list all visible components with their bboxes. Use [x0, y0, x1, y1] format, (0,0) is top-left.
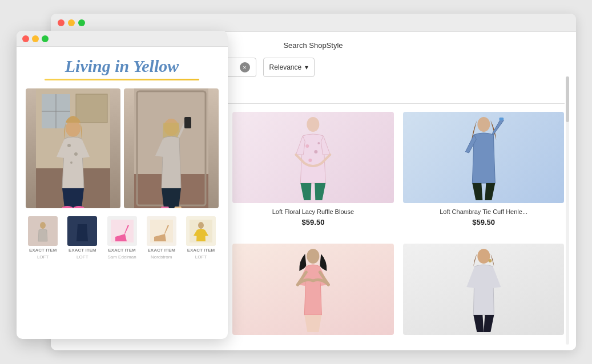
- blog-item-label-4: Exact Item: [147, 248, 175, 253]
- front-close-dot[interactable]: [22, 35, 29, 42]
- blog-item-brand-1: LOFT: [37, 254, 49, 260]
- product-image-6: [403, 244, 565, 335]
- blog-item-svg-4: [150, 220, 173, 242]
- blog-item-5[interactable]: Exact Item LOFT: [183, 216, 218, 260]
- browser-front-titlebar: [17, 31, 228, 47]
- svg-point-16: [488, 259, 492, 262]
- product-figure-5: [232, 244, 394, 335]
- product-card-6[interactable]: [403, 244, 565, 339]
- svg-point-26: [70, 161, 73, 164]
- product-figure-3: [403, 112, 565, 203]
- blog-item-img-3: [107, 216, 137, 246]
- blog-item-img-5: [186, 216, 216, 246]
- svg-point-25: [74, 152, 78, 156]
- blog-content: Living in Yellow: [17, 47, 228, 339]
- svg-point-14: [307, 249, 319, 264]
- blog-photo-left: [26, 88, 120, 208]
- scrollbar-track: [566, 76, 569, 345]
- svg-point-4: [307, 117, 319, 132]
- blog-item-1[interactable]: Exact Item LOFT: [26, 216, 61, 260]
- sort-dropdown[interactable]: Relevance ▾: [263, 58, 315, 77]
- main-scene: Search ShopStyle loft top × Relevance ▾ …: [17, 14, 576, 350]
- svg-point-7: [308, 159, 312, 162]
- front-minimize-dot[interactable]: [32, 35, 39, 42]
- blog-item-label-2: Exact Item: [69, 248, 96, 253]
- sort-label: Relevance: [269, 63, 302, 71]
- blog-item-img-4: [147, 216, 176, 246]
- blog-title: Living in Yellow: [26, 56, 219, 80]
- svg-point-41: [198, 222, 204, 229]
- minimize-dot[interactable]: [68, 19, 75, 26]
- blog-item-svg-1: [31, 220, 54, 242]
- product-figure-2: [232, 112, 394, 203]
- close-dot[interactable]: [58, 19, 65, 26]
- svg-point-15: [477, 249, 490, 264]
- blog-photo-right: [124, 88, 219, 208]
- svg-rect-34: [184, 117, 191, 128]
- front-maximize-dot[interactable]: [42, 35, 49, 42]
- product-price-2: $59.50: [302, 218, 325, 227]
- blog-item-brand-4: Nordstrom: [151, 254, 172, 260]
- blog-item-3[interactable]: Exact Item Sam Edelman: [104, 216, 139, 260]
- blog-item-label-5: Exact Item: [187, 248, 215, 253]
- product-card-5[interactable]: [232, 244, 394, 339]
- blog-item-brand-3: Sam Edelman: [107, 254, 136, 260]
- blog-item-2[interactable]: Exact Item LOFT: [65, 216, 100, 260]
- blog-item-svg-2: [71, 220, 94, 242]
- product-card-2[interactable]: Loft Floral Lacy Ruffle Blouse $59.50: [232, 112, 394, 234]
- svg-point-24: [67, 144, 71, 147]
- browser-back-titlebar: [51, 14, 576, 32]
- product-price-3: $59.50: [472, 218, 495, 227]
- product-image-2: [232, 112, 394, 203]
- scrollbar[interactable]: [566, 71, 569, 339]
- svg-rect-22: [76, 94, 107, 123]
- product-card-3[interactable]: Loft Chambray Tie Cuff Henle... $59.50: [403, 112, 565, 234]
- svg-point-9: [477, 117, 490, 132]
- svg-point-8: [317, 142, 320, 144]
- browser-front: Living in Yellow: [17, 31, 228, 339]
- blog-item-label-3: Exact Item: [108, 248, 135, 253]
- blog-item-brand-5: LOFT: [195, 254, 207, 260]
- scrollbar-thumb[interactable]: [566, 76, 569, 122]
- svg-point-5: [305, 144, 309, 148]
- blog-images-row: [26, 88, 219, 208]
- blog-person-left: [26, 88, 120, 208]
- blog-item-img-1: [28, 216, 58, 246]
- blog-item-label-1: Exact Item: [29, 248, 57, 253]
- blog-item-svg-3: [111, 220, 134, 242]
- chevron-down-icon: ▾: [305, 63, 308, 71]
- blog-item-brand-2: LOFT: [76, 254, 88, 260]
- blog-item-4[interactable]: Exact Item Nordstrom: [144, 216, 179, 260]
- svg-point-6: [314, 150, 317, 153]
- maximize-dot[interactable]: [78, 19, 85, 26]
- product-figure-6: [403, 244, 565, 335]
- blog-item-img-2: [67, 216, 97, 246]
- blog-person-right: [124, 88, 219, 208]
- product-title-2: Loft Floral Lacy Ruffle Blouse: [272, 208, 354, 216]
- product-image-3: [403, 112, 565, 203]
- product-title-3: Loft Chambray Tie Cuff Henle...: [440, 208, 527, 216]
- svg-rect-10: [499, 118, 504, 120]
- product-image-5: [232, 244, 394, 335]
- blog-item-svg-5: [190, 220, 212, 242]
- svg-point-36: [40, 222, 46, 229]
- blog-items-row: Exact Item LOFT Exact Item LOFT: [26, 216, 219, 260]
- clear-button[interactable]: ×: [240, 62, 250, 72]
